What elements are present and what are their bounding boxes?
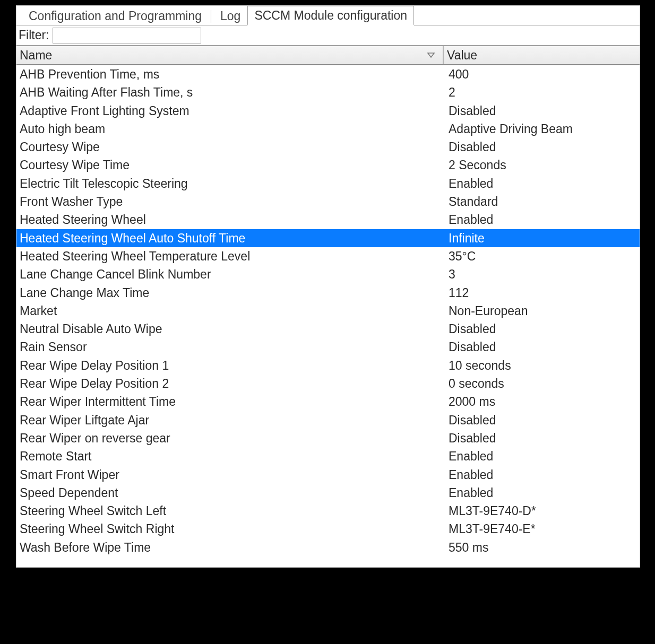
parameter-value: 2 Seconds [443, 156, 640, 174]
parameter-name: Auto high beam [16, 120, 443, 138]
parameter-name: Heated Steering Wheel Temperature Level [16, 247, 443, 265]
parameter-name: Adaptive Front Lighting System [16, 102, 443, 120]
filter-bar: Filter: [16, 25, 640, 46]
parameter-value: Enabled [443, 484, 640, 502]
table-row[interactable]: Courtesy WipeDisabled [16, 138, 640, 156]
parameter-value: ML3T-9E740-D* [443, 502, 640, 520]
parameter-value: Enabled [443, 447, 640, 465]
parameter-name: Steering Wheel Switch Right [16, 520, 443, 538]
table-row[interactable]: Wash Before Wipe Time550 ms [16, 538, 640, 556]
parameter-name: Rear Wipe Delay Position 1 [16, 356, 443, 375]
table-row[interactable]: Rain SensorDisabled [16, 338, 640, 356]
parameter-name: Steering Wheel Switch Left [16, 502, 443, 520]
filter-label: Filter: [19, 28, 53, 42]
parameter-value: 10 seconds [443, 356, 640, 375]
column-header-value-label: Value [447, 48, 477, 63]
parameter-name: Rear Wiper Intermittent Time [16, 393, 443, 411]
tab-bar: Configuration and Programming Log SCCM M… [16, 6, 640, 25]
parameter-name: AHB Waiting After Flash Time, s [16, 83, 443, 101]
table-row[interactable]: AHB Prevention Time, ms400 [16, 65, 640, 83]
column-header-name-label: Name [20, 48, 52, 63]
parameter-name: Smart Front Wiper [16, 466, 443, 484]
parameter-value: Enabled [443, 211, 640, 229]
parameter-value: Enabled [443, 175, 640, 193]
tab-log[interactable]: Log [213, 6, 247, 25]
table-row[interactable]: Rear Wipe Delay Position 20 seconds [16, 375, 640, 393]
parameter-name: Market [16, 302, 443, 320]
parameter-value: Disabled [443, 338, 640, 356]
table-row[interactable]: Steering Wheel Switch RightML3T-9E740-E* [16, 520, 640, 538]
parameter-value: 3 [443, 265, 640, 283]
table-row[interactable]: Speed DependentEnabled [16, 484, 640, 502]
parameter-name: Heated Steering Wheel Auto Shutoff Time [16, 229, 443, 247]
parameter-name: Rain Sensor [16, 338, 443, 356]
parameter-value: 550 ms [443, 538, 640, 556]
parameter-name: Speed Dependent [16, 484, 443, 502]
table-row[interactable]: Heated Steering Wheel Auto Shutoff TimeI… [16, 229, 640, 247]
table-header: Name Value [16, 46, 640, 65]
parameter-name: Rear Wiper Liftgate Ajar [16, 411, 443, 429]
table-row[interactable]: Neutral Disable Auto WipeDisabled [16, 320, 640, 338]
table-row[interactable]: Smart Front WiperEnabled [16, 466, 640, 484]
sort-descending-icon [427, 52, 435, 58]
parameter-name: Electric Tilt Telescopic Steering [16, 175, 443, 193]
table-row[interactable]: Remote StartEnabled [16, 447, 640, 465]
parameter-value: Non-European [443, 302, 640, 320]
table-row[interactable]: Front Washer TypeStandard [16, 193, 640, 211]
table-row[interactable]: Heated Steering WheelEnabled [16, 211, 640, 229]
table-row[interactable]: Heated Steering Wheel Temperature Level3… [16, 247, 640, 265]
table-row[interactable]: Rear Wiper on reverse gearDisabled [16, 429, 640, 447]
tab-configuration[interactable]: Configuration and Programming [22, 6, 209, 25]
config-window: Configuration and Programming Log SCCM M… [16, 5, 640, 568]
parameter-name: Courtesy Wipe Time [16, 156, 443, 174]
column-header-value[interactable]: Value [443, 46, 640, 64]
table-row[interactable]: Rear Wiper Liftgate AjarDisabled [16, 411, 640, 429]
parameter-value: 112 [443, 284, 640, 302]
table-row[interactable]: Rear Wipe Delay Position 110 seconds [16, 356, 640, 375]
parameter-name: Rear Wiper on reverse gear [16, 429, 443, 447]
parameter-value: Standard [443, 193, 640, 211]
parameter-value: 35°C [443, 247, 640, 265]
parameter-value: Disabled [443, 320, 640, 338]
parameter-name: Rear Wipe Delay Position 2 [16, 375, 443, 393]
parameter-value: Disabled [443, 411, 640, 429]
svg-marker-0 [428, 53, 434, 57]
parameter-name: AHB Prevention Time, ms [16, 65, 443, 83]
parameter-value: ML3T-9E740-E* [443, 520, 640, 538]
table-row[interactable]: Courtesy Wipe Time2 Seconds [16, 156, 640, 174]
parameter-name: Lane Change Cancel Blink Number [16, 265, 443, 283]
table-row[interactable]: AHB Waiting After Flash Time, s2 [16, 83, 640, 101]
parameter-value: Disabled [443, 138, 640, 156]
table-row[interactable]: Adaptive Front Lighting SystemDisabled [16, 102, 640, 120]
parameter-name: Neutral Disable Auto Wipe [16, 320, 443, 338]
table-row[interactable]: Electric Tilt Telescopic SteeringEnabled [16, 175, 640, 193]
parameter-value: Enabled [443, 466, 640, 484]
table-row[interactable]: Lane Change Cancel Blink Number3 [16, 265, 640, 283]
parameter-name: Heated Steering Wheel [16, 211, 443, 229]
table-row[interactable]: Auto high beamAdaptive Driving Beam [16, 120, 640, 138]
column-header-name[interactable]: Name [16, 46, 443, 64]
parameter-value: Adaptive Driving Beam [443, 120, 640, 138]
parameter-value: 400 [443, 65, 640, 83]
parameter-name: Courtesy Wipe [16, 138, 443, 156]
parameter-name: Front Washer Type [16, 193, 443, 211]
parameter-value: 2000 ms [443, 393, 640, 411]
parameter-value: 2 [443, 83, 640, 101]
tab-sccm-module[interactable]: SCCM Module configuration [247, 6, 414, 25]
parameter-value: Disabled [443, 429, 640, 447]
parameter-value: Infinite [443, 229, 640, 247]
parameter-value: 0 seconds [443, 375, 640, 393]
table-row[interactable]: Steering Wheel Switch LeftML3T-9E740-D* [16, 502, 640, 520]
parameter-value: Disabled [443, 102, 640, 120]
parameter-name: Lane Change Max Time [16, 284, 443, 302]
parameter-name: Remote Start [16, 447, 443, 465]
table-row[interactable]: Lane Change Max Time112 [16, 284, 640, 302]
tab-separator [211, 10, 211, 23]
filter-input[interactable] [53, 28, 201, 43]
table-body: AHB Prevention Time, ms400AHB Waiting Af… [16, 65, 640, 556]
table-row[interactable]: Rear Wiper Intermittent Time2000 ms [16, 393, 640, 411]
table-row[interactable]: MarketNon-European [16, 302, 640, 320]
parameter-name: Wash Before Wipe Time [16, 538, 443, 556]
